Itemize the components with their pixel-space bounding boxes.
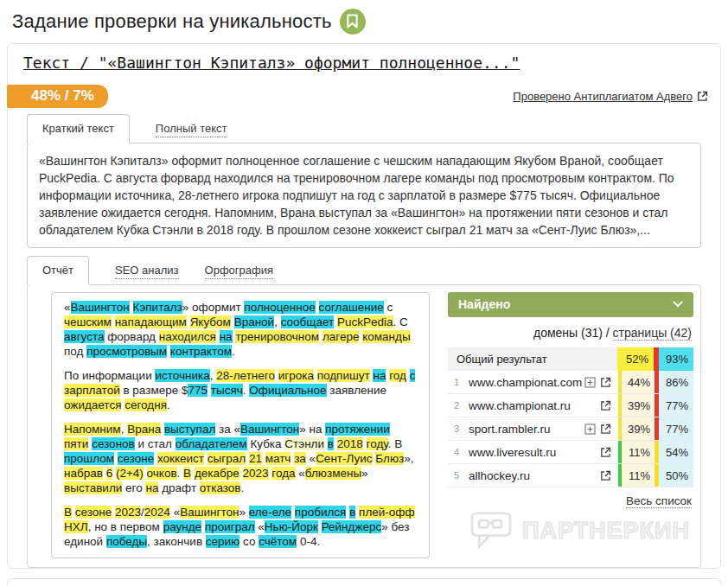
row-number: 4 — [448, 441, 465, 463]
highlight-yellow: нападающим — [115, 315, 187, 328]
highlight-yellow: года — [271, 467, 295, 480]
external-link-icon[interactable] — [600, 377, 611, 388]
watermark-text: ПАРТНЕРКИН — [522, 518, 690, 545]
highlight-yellow: 2023 — [115, 506, 141, 519]
results-sidebar: Найдено домены (31) / страницы (42) Общи… — [448, 292, 693, 558]
highlight-cyan: источника — [155, 369, 209, 382]
external-link-icon[interactable] — [697, 91, 708, 102]
table-row: 4www.liveresult.ru11%54% — [448, 441, 693, 464]
highlight-yellow: набрав — [64, 467, 103, 480]
highlight-yellow: Врана — [127, 423, 161, 436]
highlight-cyan: на — [373, 369, 386, 382]
highlight-yellow: матч — [265, 452, 291, 465]
highlight-cyan: 775 — [188, 384, 208, 397]
highlighted-text-box: «Вашингтон Кэпиталз» оформит полноценное… — [51, 292, 430, 558]
total-rewrite-percent: 52% — [617, 347, 654, 371]
rewrite-percent: 11% — [622, 441, 655, 463]
total-exact-percent: 93% — [659, 347, 693, 371]
tab-full-text[interactable]: Полный текст — [156, 115, 227, 143]
external-link-icon[interactable] — [600, 424, 611, 435]
highlight-cyan: в — [349, 506, 355, 519]
found-header[interactable]: Найдено — [448, 292, 693, 317]
watermark: ПАРТНЕРКИН — [451, 511, 690, 551]
summary-text: «Вашингтон Кэпиталз» оформит полноценное… — [39, 154, 674, 237]
highlight-cyan: в — [328, 437, 334, 450]
total-result-label: Общий результат — [448, 347, 617, 371]
page-header: Задание проверки на уникальность — [0, 0, 728, 36]
highlight-yellow: 2023 — [243, 467, 269, 480]
tab-spelling[interactable]: Орфография — [205, 257, 273, 284]
highlight-cyan: Кэпиталз — [133, 301, 182, 314]
highlight-yellow: пяти — [64, 437, 88, 450]
tab-short-text[interactable]: Краткий текст — [27, 114, 130, 143]
highlight-cyan: сезонов — [92, 437, 135, 450]
task-subtitle: Текст / "«Вашингтон Кэпиталз» оформит по… — [23, 54, 705, 72]
verified-link[interactable]: Проверено Антиплагиатом Адвего — [513, 90, 693, 103]
highlight-yellow: В — [64, 506, 72, 519]
highlight-yellow: чешским — [64, 315, 112, 328]
tab-report[interactable]: Отчёт — [27, 256, 89, 285]
domains-link[interactable]: домены (31) — [533, 326, 603, 340]
expand-icon[interactable] — [584, 377, 596, 388]
domain-link[interactable]: www.championat.ru — [465, 394, 600, 417]
highlight-yellow: отказов — [200, 481, 241, 494]
watermark-logo-icon — [469, 511, 514, 551]
external-link-icon[interactable] — [600, 470, 611, 481]
highlight-cyan: на — [220, 330, 233, 343]
highlight-yellow: Якубом — [190, 315, 231, 328]
scope-links: домены (31) / страницы (42) — [450, 326, 692, 340]
highlight-cyan: протяжении — [325, 423, 390, 436]
highlight-yellow: В — [183, 467, 191, 480]
report-tabs: Отчёт SEO анализ Орфография — [27, 256, 701, 284]
domain-link[interactable]: www.liveresult.ru — [465, 441, 600, 463]
highlight-cyan: Рейнджерс — [322, 520, 382, 533]
highlight-cyan: серию — [206, 535, 239, 548]
highlight-cyan: счётом — [259, 535, 297, 548]
chevron-down-icon — [673, 301, 683, 308]
row-icons — [600, 464, 618, 487]
highlight-cyan: контрактом — [170, 345, 232, 358]
tab-spelling-label: Орфография — [205, 264, 273, 279]
highlight-yellow: находился — [159, 330, 216, 343]
highlight-cyan: просмотровым — [86, 345, 167, 358]
pages-link[interactable]: страницы (42) — [613, 326, 692, 341]
tab-full-text-label: Полный текст — [156, 122, 227, 137]
exact-percent: 50% — [659, 464, 693, 487]
domain-link[interactable]: allhockey.ru — [465, 464, 600, 487]
highlight-yellow: ожидается — [64, 398, 121, 411]
highlight-cyan: проиграл — [205, 520, 255, 533]
text-title-link[interactable]: Текст / "«Вашингтон Кэпиталз» оформит по… — [23, 54, 520, 72]
table-row: 3sport.rambler.ru39%77% — [448, 417, 693, 441]
highlight-cyan: Враной — [234, 315, 275, 328]
uniqueness-badge: 48% / 7% — [7, 85, 108, 108]
results-table-header: Общий результат 52% 93% — [448, 347, 693, 371]
exact-percent: 86% — [659, 371, 693, 393]
exact-percent: 77% — [659, 417, 693, 440]
row-number: 5 — [448, 464, 465, 487]
highlight-cyan: прошлом — [64, 452, 114, 465]
expand-icon[interactable] — [584, 424, 596, 435]
domain-link[interactable]: www.championat.com — [465, 371, 584, 393]
highlight-yellow: блюзмены — [305, 467, 361, 480]
tab-seo-label: SEO анализ — [115, 264, 179, 279]
highlight-cyan: тысяч — [211, 384, 243, 397]
links-separator: / — [606, 326, 613, 340]
highlight-cyan: Официальное — [249, 384, 326, 397]
tab-seo-analysis[interactable]: SEO анализ — [115, 257, 179, 284]
highlight-cyan: раунде — [163, 520, 201, 533]
external-link-icon[interactable] — [600, 447, 611, 458]
highlight-yellow: очков — [147, 467, 177, 480]
report-paragraph: «Вашингтон Кэпиталз» оформит полноценное… — [64, 300, 417, 359]
external-link-icon[interactable] — [600, 400, 611, 411]
highlight-yellow: 28-летнего — [216, 369, 275, 382]
table-row: 5allhockey.ru11%50% — [448, 464, 693, 487]
highlight-yellow: Сент-Луис — [316, 452, 372, 465]
highlight-cyan: победы — [106, 535, 147, 548]
highlight-yellow: подпишут — [317, 369, 370, 382]
highlight-cyan: пробился — [295, 506, 347, 519]
domain-link[interactable]: sport.rambler.ru — [465, 417, 584, 440]
all-list-link[interactable]: Весь список — [626, 494, 692, 508]
report-panel: «Вашингтон Кэпиталз» оформит полноценное… — [27, 284, 701, 568]
highlight-cyan: выступал — [164, 423, 215, 436]
highlight-yellow: год — [389, 369, 406, 382]
